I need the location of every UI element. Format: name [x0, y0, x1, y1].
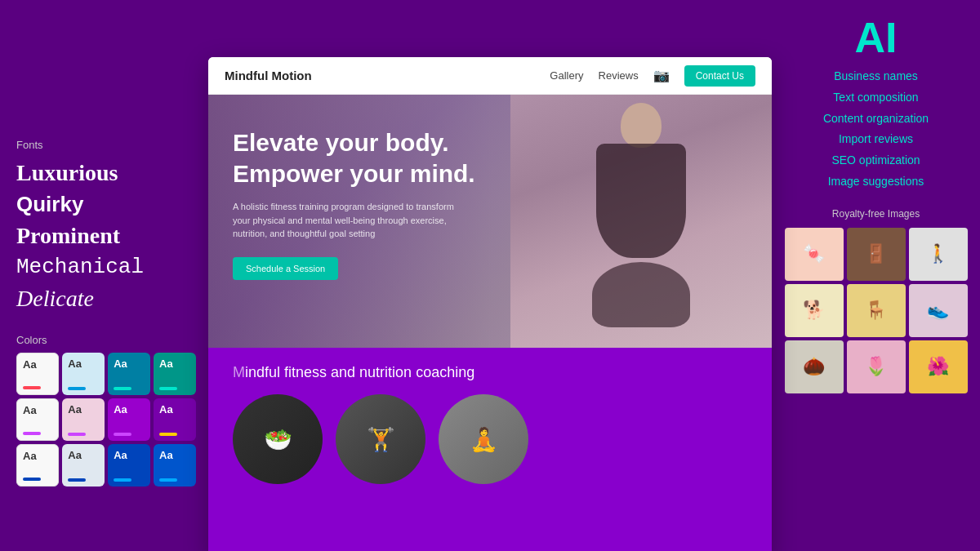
img-flower[interactable]: 🌷	[847, 340, 906, 393]
contact-btn[interactable]: Contact Us	[684, 65, 755, 87]
img-door[interactable]: 🚪	[847, 228, 906, 281]
color-row-2: Aa Aa Aa Aa	[16, 398, 196, 441]
color-row-3: Aa Aa Aa Aa	[16, 444, 196, 487]
colors-label: Colors	[16, 334, 196, 346]
font-prominent[interactable]: Prominent	[16, 220, 196, 251]
site-logo: Mindful Motion	[225, 69, 312, 82]
swatch-purple[interactable]: Aa	[108, 398, 150, 441]
hero-subtitle: A holistic fitness training program desi…	[233, 200, 470, 241]
font-mechanical[interactable]: Mechanical	[16, 253, 196, 282]
img-food2[interactable]: 🌰	[785, 340, 844, 393]
font-delicate[interactable]: Delicate	[16, 283, 196, 314]
hero-image	[510, 95, 772, 348]
color-grid: Aa Aa Aa Aa Aa	[16, 353, 196, 487]
font-quirky[interactable]: Quirky	[16, 190, 196, 219]
images-grid: 🍬 🚪 🚶 🐕 🪑 👟 🌰 🌷 🌺	[785, 228, 968, 393]
website-preview: Mindful Motion Gallery Reviews 📷 Contact…	[208, 57, 772, 551]
img-chair[interactable]: 🪑	[847, 284, 906, 337]
img-flower2[interactable]: 🌺	[909, 340, 968, 393]
ai-feature-content[interactable]: Content organization	[823, 109, 929, 129]
swatch-pink[interactable]: Aa	[62, 398, 105, 441]
img-macarons[interactable]: 🍬	[785, 228, 844, 281]
instagram-icon[interactable]: 📷	[653, 68, 670, 83]
ai-features: Business names Text composition Content …	[823, 67, 929, 192]
hero-title: Elevate your body.Empower your mind.	[233, 127, 519, 189]
circle-food: 🥗	[233, 394, 323, 484]
swatch-blue[interactable]: Aa	[108, 444, 150, 487]
swatch-white-2[interactable]: Aa	[16, 398, 59, 441]
ai-label: AI	[855, 16, 898, 59]
swatch-lightblue[interactable]: Aa	[62, 353, 105, 395]
color-row-1: Aa Aa Aa Aa	[16, 353, 196, 395]
swatch-teal[interactable]: Aa	[108, 353, 150, 395]
site-nav-links: Gallery Reviews 📷 Contact Us	[550, 65, 755, 87]
swatch-white-3[interactable]: Aa	[16, 444, 59, 487]
left-panel: Fonts Luxurious Quirky Prominent Mechani…	[0, 0, 212, 551]
nav-gallery[interactable]: Gallery	[550, 69, 583, 82]
swatch-teal2[interactable]: Aa	[154, 353, 196, 395]
font-luxurious[interactable]: Luxurious	[16, 158, 196, 189]
ai-feature-business[interactable]: Business names	[834, 67, 918, 87]
img-walking[interactable]: 🚶	[909, 228, 968, 281]
swatch-blue2[interactable]: Aa	[154, 444, 196, 487]
ai-feature-reviews[interactable]: Import reviews	[839, 130, 913, 149]
img-dog[interactable]: 🐕	[785, 284, 844, 337]
nav-reviews[interactable]: Reviews	[599, 69, 639, 82]
circle-weights: 🏋️	[336, 394, 425, 484]
swatch-white-1[interactable]: Aa	[16, 353, 59, 395]
section2-title: Mindful fitness and nutrition coaching	[233, 364, 747, 381]
circle-yoga: 🧘	[439, 394, 528, 484]
ai-feature-images[interactable]: Image suggestions	[828, 172, 924, 192]
right-panel: AI Business names Text composition Conte…	[772, 0, 980, 551]
schedule-btn[interactable]: Schedule a Session	[233, 257, 338, 280]
ai-feature-seo[interactable]: SEO optimization	[831, 151, 920, 171]
site-section2: Mindful fitness and nutrition coaching 🥗…	[208, 348, 772, 551]
hero-section: Elevate your body.Empower your mind. A h…	[208, 95, 772, 348]
ai-feature-text[interactable]: Text composition	[833, 88, 918, 108]
swatch-purple2[interactable]: Aa	[154, 398, 196, 441]
royalty-label: Royalty-free Images	[832, 208, 920, 220]
img-shoes[interactable]: 👟	[909, 284, 968, 337]
section2-circles: 🥗 🏋️ 🧘	[233, 394, 747, 484]
hero-content: Elevate your body.Empower your mind. A h…	[233, 127, 519, 280]
site-nav: Mindful Motion Gallery Reviews 📷 Contact…	[208, 57, 772, 95]
fonts-label: Fonts	[16, 139, 196, 151]
swatch-lightgray[interactable]: Aa	[62, 444, 105, 487]
